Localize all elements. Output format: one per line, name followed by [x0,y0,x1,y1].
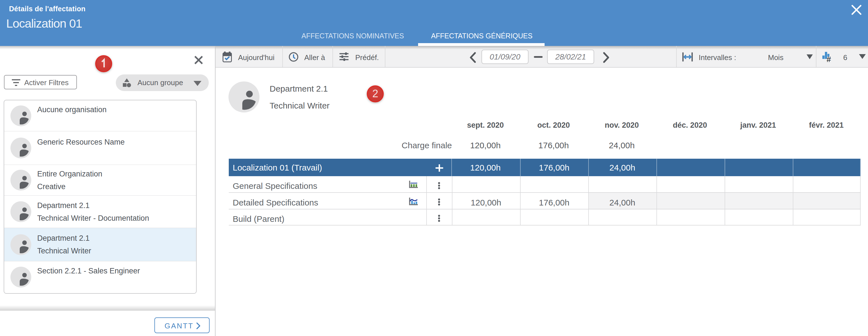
svg-text:#: # [827,55,831,63]
